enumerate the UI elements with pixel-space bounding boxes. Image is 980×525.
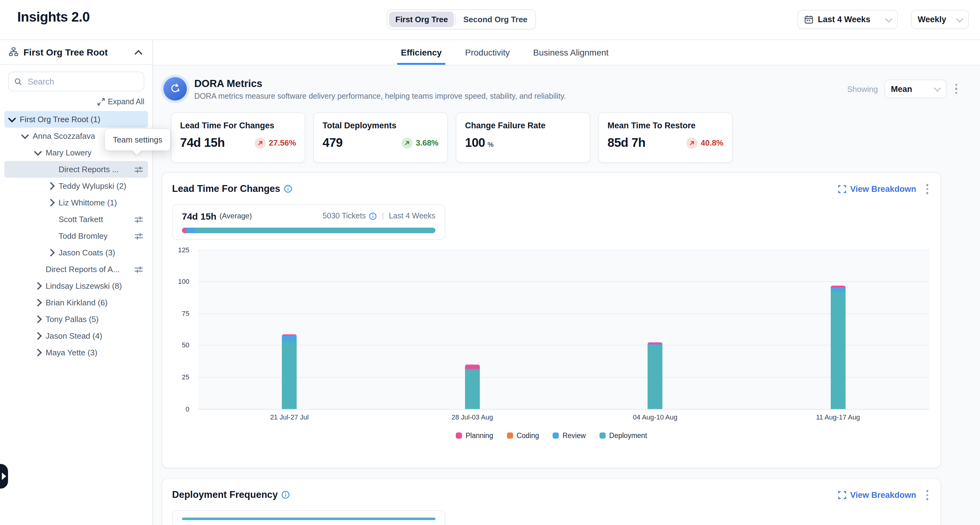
tree-item-scott-tarkett[interactable]: Scott Tarkett (4, 211, 148, 228)
tree-item-liz-whittome-1[interactable]: Liz Whittome (1) (4, 194, 148, 211)
legend-swatch (553, 432, 559, 438)
lead-time-title: Lead Time For Changes (172, 183, 293, 195)
tab-efficiency[interactable]: Efficiency (397, 40, 445, 65)
sidebar-expand-handle[interactable] (0, 464, 8, 488)
legend-label: Deployment (609, 431, 647, 439)
tree-item-teddy-wylupski-2[interactable]: Teddy Wylupski (2) (4, 178, 148, 194)
team-settings-tooltip: Team settings (105, 129, 170, 151)
granularity-value: Weekly (918, 15, 947, 24)
chevron-down-icon (956, 15, 963, 22)
period-dropdown[interactable]: Last 4 Weeks (797, 10, 898, 29)
org-tree-icon (9, 47, 19, 57)
dora-title: DORA Metrics (194, 78, 566, 89)
toggle-divider (455, 14, 456, 25)
deployment-frequency-card: Deployment Frequency View Breakdown (162, 478, 941, 525)
tree-item-tony-pallas-5[interactable]: Tony Pallas (5) (4, 311, 148, 328)
summary-row: 74d 15h (Average) 5030 Tickets | Last 4 … (182, 211, 436, 221)
metric-card-mean-time-to-restore: Mean Time To Restore85d 7h40.8% (598, 112, 733, 163)
bar-segment-deployment (831, 291, 846, 409)
tab-productivity[interactable]: Productivity (461, 40, 514, 65)
dora-cycle-icon (164, 77, 187, 100)
plot-area (198, 250, 929, 409)
legend-item-coding[interactable]: Coding (507, 431, 539, 439)
bar-slot (746, 250, 929, 409)
more-options-button[interactable] (924, 181, 931, 196)
team-settings-icon[interactable] (134, 265, 143, 274)
info-icon[interactable] (282, 491, 290, 500)
tree-item-first-org-tree-root-1[interactable]: First Org Tree Root (1) (4, 111, 148, 128)
tree-item-label: Tony Pallas (5) (46, 315, 99, 324)
tree-item-todd-bromley[interactable]: Todd Bromley (4, 228, 148, 244)
tab-business-alignment[interactable]: Business Alignment (530, 40, 612, 65)
bar-segment-planning (182, 228, 186, 233)
tree-item-direct-reports-of-a[interactable]: Direct Reports of A... (4, 261, 148, 278)
top-header: Insights 2.0 First Org TreeSecond Org Tr… (0, 0, 980, 40)
y-tick-label: 100 (178, 278, 189, 285)
chevron-right-icon (47, 249, 54, 256)
trend-badge: 27.56% (255, 137, 296, 148)
metric-value: 85d 7h (608, 136, 646, 150)
legend-item-deployment[interactable]: Deployment (600, 431, 647, 439)
bar-segment-deployment (282, 341, 297, 409)
lead-time-header: Lead Time For Changes View Breakdown (172, 181, 931, 196)
tree-item-lindsay-liszewski-8[interactable]: Lindsay Liszewski (8) (4, 278, 148, 294)
tree-item-direct-reports[interactable]: Direct Reports ... (4, 161, 148, 178)
lead-time-summary-card: 74d 15h (Average) 5030 Tickets | Last 4 … (172, 204, 445, 240)
bar-slot (198, 250, 381, 409)
tree-item-maya-yette-3[interactable]: Maya Yette (3) (4, 344, 148, 361)
expand-all-button[interactable]: Expand All (97, 97, 144, 106)
more-options-button[interactable] (953, 81, 960, 97)
metric-value-row: 100% (465, 136, 581, 150)
lead-time-actions: View Breakdown (838, 181, 931, 196)
showing-dropdown[interactable]: Mean (884, 80, 947, 98)
x-tick-label: 21 Jul-27 Jul (198, 413, 381, 420)
dora-controls: Showing Mean (847, 80, 941, 98)
trend-up-icon (686, 137, 698, 148)
y-tick-label: 25 (182, 373, 190, 381)
tree-item-label: Direct Reports ... (59, 165, 119, 174)
legend-label: Review (562, 431, 585, 439)
legend-swatch (507, 432, 513, 438)
legend-swatch (456, 432, 462, 438)
info-icon[interactable] (284, 185, 293, 193)
metric-value-row: 85d 7h40.8% (608, 136, 724, 150)
more-options-button[interactable] (924, 487, 931, 503)
tree-item-label: Liz Whittome (1) (59, 198, 117, 207)
team-settings-icon[interactable] (134, 165, 143, 173)
chevron-right-icon (47, 199, 54, 206)
view-breakdown-link[interactable]: View Breakdown (838, 185, 916, 194)
legend-item-planning[interactable]: Planning (456, 431, 493, 439)
view-breakdown-label: View Breakdown (850, 185, 916, 194)
summary-qualifier: (Average) (220, 212, 252, 220)
bar-segment-deployment (648, 345, 663, 409)
sidebar-search (8, 72, 144, 91)
tree-item-jason-stead-4[interactable]: Jason Stead (4) (4, 328, 148, 344)
info-icon[interactable] (369, 212, 377, 220)
phase-distribution-bar (182, 228, 436, 233)
bar-11-aug-17-aug (831, 286, 846, 409)
sidebar-title: First Org Tree Root (24, 46, 108, 57)
metric-card-change-failure-rate: Change Failure Rate100% (456, 112, 590, 163)
org-toggle-second-org-tree[interactable]: Second Org Tree (457, 12, 534, 27)
search-input[interactable] (27, 76, 138, 87)
granularity-dropdown[interactable]: Weekly (911, 10, 969, 29)
legend-label: Coding (517, 431, 539, 439)
legend-item-review[interactable]: Review (553, 431, 585, 439)
team-settings-icon[interactable] (134, 232, 143, 240)
deployment-frequency-header: Deployment Frequency View Breakdown (172, 487, 931, 503)
calendar-icon (804, 15, 813, 24)
tree-item-label: Anna Scozzafava (33, 131, 95, 141)
tree-item-label: Scott Tarkett (59, 215, 103, 224)
metric-card-total-deployments: Total Deployments4793.68% (313, 112, 448, 163)
tree-item-brian-kirkland-6[interactable]: Brian Kirkland (6) (4, 294, 148, 311)
org-toggle-first-org-tree[interactable]: First Org Tree (389, 12, 454, 27)
chevron-right-icon (34, 348, 41, 356)
sidebar-collapse-button[interactable] (133, 46, 144, 57)
tree-item-jason-coats-3[interactable]: Jason Coats (3) (4, 244, 148, 261)
team-settings-icon[interactable] (134, 215, 143, 224)
trend-delta: 40.8% (701, 138, 724, 148)
org-tree-sidebar: First Org Tree Root Expand All First Org… (0, 40, 153, 525)
view-breakdown-link[interactable]: View Breakdown (838, 490, 916, 500)
chevron-right-icon (34, 332, 41, 340)
sidebar-header: First Org Tree Root (0, 40, 152, 65)
